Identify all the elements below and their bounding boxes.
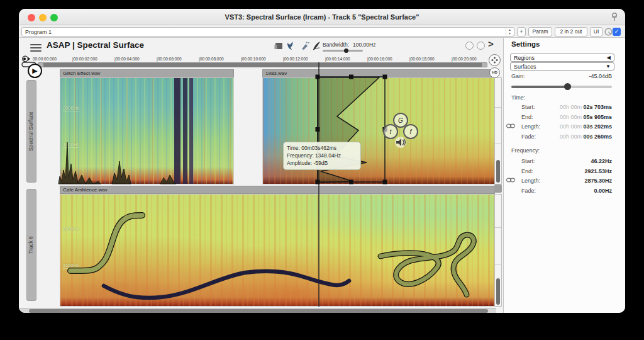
scrollbar-thumb[interactable]	[29, 309, 488, 313]
gain-label: Gain:	[511, 73, 525, 79]
time-end-value[interactable]: 00h 00m 05s 905ms	[560, 114, 612, 120]
window-title: VST3: Spectral Surface (Ircam) - Track 5…	[19, 13, 625, 21]
bypass-icon[interactable]	[604, 28, 613, 36]
track-strip-track6[interactable]: Track 6	[26, 189, 36, 301]
settings-sidebar: Settings Regions ◀ Surfaces ▼ Gain: -45.…	[503, 38, 625, 313]
play-button[interactable]: ▶	[28, 64, 42, 78]
time-end-label: End:	[521, 114, 533, 120]
scrollbar-corner	[494, 184, 502, 193]
freq-axis-label: 2000Hz	[63, 105, 79, 111]
plugin-content: ASAP | Spectral Surface Bandwidth: 100.0…	[19, 38, 625, 313]
regions-dropdown[interactable]: Regions ◀	[510, 54, 614, 62]
horizontal-scrollbar[interactable]	[19, 308, 496, 313]
program-stepper-icon[interactable]: ▲▼	[506, 28, 513, 36]
expand-chevron-icon[interactable]: >	[488, 38, 494, 49]
bandwidth-slider-thumb[interactable]	[344, 48, 348, 53]
time-length-value[interactable]: 00h 00m 03s 202ms	[560, 123, 612, 130]
scrollbar-thumb[interactable]	[496, 160, 500, 183]
vertical-scrollbar-bottom[interactable]	[494, 194, 502, 307]
freq-start-value[interactable]: 46.22Hz	[591, 158, 612, 164]
time-tick: |00:00:06:000	[157, 57, 182, 61]
enable-checkbox[interactable]: ✓	[613, 28, 621, 36]
tooltip-amplitude: Amplitude: -59dB	[287, 160, 357, 167]
io-config-button[interactable]: 2 in 2 out	[555, 27, 587, 37]
host-bar: Program 1 ▲▼ + Param 2 in 2 out UI ✓	[19, 26, 625, 38]
expand-arrow-icon[interactable]: ▼	[606, 64, 611, 69]
bandwidth-slider[interactable]	[323, 50, 363, 52]
gain-slider-thumb[interactable]	[564, 83, 571, 90]
track-strip-label: Spectral Surface	[28, 81, 36, 182]
time-start-label: Start:	[521, 104, 535, 110]
pin-icon[interactable]	[610, 12, 619, 22]
clip-header-cafe-ambience[interactable]: Cafe Ambience.wav	[60, 186, 495, 194]
freq-fade-label: Fade:	[521, 188, 536, 194]
scrollbar-thumb[interactable]	[496, 278, 500, 305]
clip-header-glitch-effect[interactable]: Glitch Effect.wav	[60, 69, 234, 77]
bandwidth-value: 100.00Hz	[353, 42, 375, 48]
spectrogram-cafe-ambience[interactable]: 2000Hz 1000Hz	[60, 194, 495, 307]
freq-end-label: End:	[521, 168, 533, 174]
freq-axis-label: 1000Hz	[63, 142, 79, 148]
time-fade-label: Fade:	[521, 133, 536, 140]
lasso-tool-icon[interactable]	[286, 40, 297, 51]
param-button[interactable]: Param	[528, 27, 552, 37]
surfaces-dropdown[interactable]: Surfaces ▼	[510, 62, 614, 71]
frequency-section-label: Frequency:	[511, 147, 540, 154]
time-tick: |00:00:12:000	[283, 57, 308, 61]
freq-axis-label: 2000Hz	[63, 226, 79, 232]
overview-scrollbar[interactable]	[38, 62, 487, 67]
link-icon[interactable]	[506, 178, 516, 183]
time-tick: 00:00:00:000	[33, 57, 57, 61]
editor-area: ASAP | Spectral Surface Bandwidth: 100.0…	[19, 38, 503, 313]
surface-tool-icon[interactable]	[274, 40, 284, 51]
freq-start-label: Start:	[521, 158, 535, 164]
cursor-tooltip: Time: 00m03s462ms Frequency: 1348.04Hz A…	[283, 142, 361, 170]
window-titlebar[interactable]: VST3: Spectral Surface (Ircam) - Track 5…	[19, 9, 625, 25]
time-fade-value[interactable]: 00h 00m 00s 260ms	[560, 133, 612, 140]
time-tick: |00:00:18:000	[409, 57, 435, 61]
regions-dropdown-value: Regions	[514, 55, 535, 61]
time-tick: |00:00:14:000	[325, 57, 350, 61]
time-tick: |00:00:02:000	[72, 57, 97, 61]
clip-header-1983[interactable]: 1983.wav	[262, 69, 495, 77]
time-ruler[interactable]: 00:00:00:000 |00:00:02:000 |00:00:04:000…	[19, 55, 503, 62]
track-strip-label: Track 6	[28, 190, 36, 300]
freq-end-value[interactable]: 2921.53Hz	[584, 168, 612, 174]
ui-button[interactable]: UI	[590, 27, 602, 37]
redo-icon[interactable]	[477, 42, 485, 50]
collapse-arrow-icon[interactable]: ◀	[607, 55, 611, 60]
program-select[interactable]: Program 1 ▲▼	[21, 27, 514, 37]
add-program-button[interactable]: +	[517, 27, 526, 37]
menu-icon[interactable]	[30, 42, 42, 54]
program-select-value: Program 1	[25, 29, 52, 35]
hd-icon[interactable]: HD	[489, 67, 500, 78]
plugin-window: VST3: Spectral Surface (Ircam) - Track 5…	[19, 9, 625, 313]
freq-length-value[interactable]: 2875.30Hz	[584, 178, 612, 184]
freq-length-label: Length:	[521, 178, 540, 184]
vertical-scrollbar-top[interactable]	[494, 77, 502, 184]
undo-icon[interactable]	[465, 42, 474, 50]
link-icon[interactable]	[506, 123, 516, 128]
surfaces-dropdown-value: Surfaces	[514, 64, 536, 70]
tooltip-time: Time: 00m03s462ms	[287, 145, 357, 152]
app-title: ASAP | Spectral Surface	[47, 40, 144, 50]
gain-value: -45.04dB	[589, 73, 612, 79]
bandwidth-label: Bandwidth:	[323, 42, 349, 48]
time-tick: |00:00:08:000	[199, 57, 224, 61]
tooltip-frequency: Frequency: 1348.04Hz	[287, 152, 357, 160]
pen-tool-icon[interactable]	[311, 40, 322, 51]
brush-tool-icon[interactable]	[300, 40, 311, 51]
time-length-label: Length:	[521, 123, 540, 130]
track-strip-spectral-surface[interactable]: Spectral Surface	[26, 80, 36, 183]
time-tick: |00:00:04:000	[114, 57, 140, 61]
freq-fade-value[interactable]: 0.00Hz	[594, 188, 612, 194]
film-reel-icon[interactable]	[489, 54, 501, 66]
desktop-background: VST3: Spectral Surface (Ircam) - Track 5…	[0, 0, 644, 340]
freq-axis-label: 1000Hz	[63, 263, 79, 269]
time-tick: |00:00:16:000	[367, 57, 392, 61]
spectrogram-glitch-effect[interactable]: 2000Hz 1000Hz	[60, 77, 234, 184]
time-section-label: Time:	[511, 94, 525, 101]
time-start-value[interactable]: 00h 00m 02s 703ms	[560, 104, 612, 110]
time-tick: |00:00:20:000	[452, 57, 477, 61]
gain-slider[interactable]	[511, 86, 612, 88]
